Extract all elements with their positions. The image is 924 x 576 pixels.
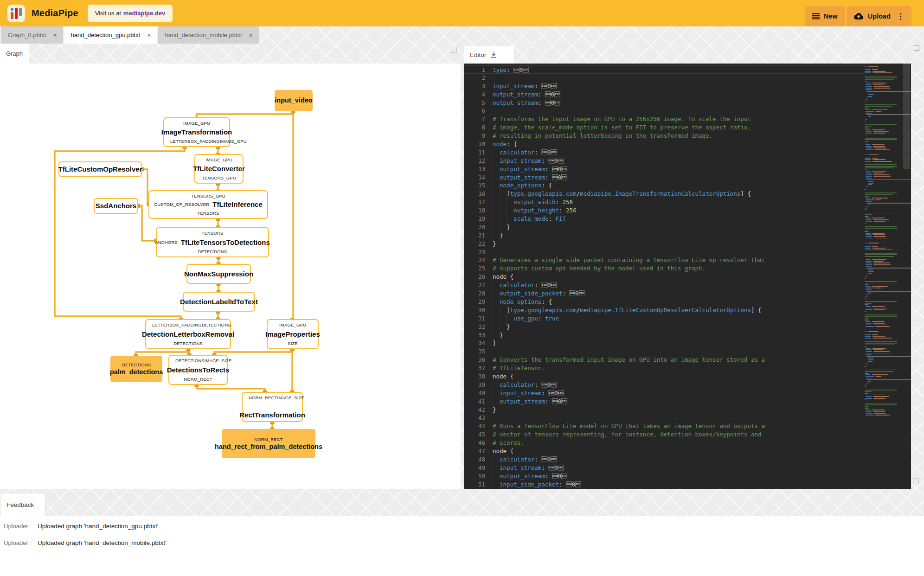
graph-node-hand_rect_from_palm_detections[interactable]: NORM_RECThand_rect_from_palm_detections: [222, 429, 315, 458]
code-area[interactable]: 1type: 023input_stream: 04output_str…: [464, 64, 865, 489]
graph-node-input_video[interactable]: input_video: [275, 90, 313, 111]
graph-node-tflite_tensors_to_detections[interactable]: TENSORSANCHORSTfLiteTensorsToDetectionsD…: [156, 227, 269, 257]
tab-close-icon[interactable]: ×: [248, 32, 254, 39]
node-name-row: DetectionLabelIdToText: [186, 298, 252, 306]
download-icon[interactable]: [490, 51, 497, 58]
code-line: 34}: [464, 339, 865, 347]
document-tab-hand_detection_mobile.pbtxt[interactable]: hand_detection_mobile.pbtxt×: [158, 26, 258, 44]
port-label: NORM_RECT: [254, 437, 283, 442]
code-line: 25# supports custom ops needed by the mo…: [464, 264, 865, 273]
node-name-row: DetectionLetterboxRemoval: [148, 331, 228, 338]
code-editor[interactable]: 1type: 023input_stream: 04output_str…: [464, 64, 911, 489]
tab-feedback[interactable]: Feedback: [0, 493, 45, 516]
expand-editor-icon[interactable]: [914, 45, 919, 51]
port-label: IMAGE_SIZE: [205, 358, 232, 363]
tab-close-icon[interactable]: ×: [146, 32, 152, 39]
code-line: 10node: {: [464, 140, 865, 148]
port-label: TENSORS_GPU: [191, 193, 225, 198]
graph-node-detection_letterbox_removal[interactable]: LETTERBOX_PADDINGDETECTIONSDetectionLett…: [145, 319, 231, 349]
port-label-row: IMAGE_GPU: [197, 157, 241, 162]
graph-node-detection_label_id_to_text[interactable]: DetectionLabelIdToText: [183, 292, 255, 312]
feedback-row: UploaderUploaded graph 'hand_detection_g…: [4, 523, 924, 530]
code-line: 37# TfLiteTensor.: [464, 364, 865, 372]
code-line: 22}: [464, 240, 865, 248]
feedback-message: Uploaded graph 'hand_detection_gpu.pbtxt…: [38, 523, 158, 530]
graph-node-detections_to_rects[interactable]: DETECTIONSIMAGE_SIZEDetectionsToRectsNOR…: [168, 355, 228, 385]
port-label: DETECTIONS: [198, 249, 227, 254]
code-line: 32 }: [464, 323, 865, 331]
node-name-row: CUSTOM_OP_RESOLVERTfLiteInference: [151, 201, 265, 208]
code-line: 13 output_stream: 0: [464, 165, 865, 173]
port-label: IMAGE_GPU: [205, 157, 232, 162]
node-name-row: ANCHORSTfLiteTensorsToDetections: [159, 239, 266, 246]
feedback-row: UploaderUploaded graph 'hand_detection_m…: [4, 539, 924, 546]
expand-graph-icon[interactable]: [451, 47, 456, 52]
tab-close-icon[interactable]: ×: [51, 32, 58, 39]
graph-node-non_max_suppression[interactable]: NonMaxSuppression: [186, 264, 251, 284]
port-label-row: DETECTIONS: [148, 341, 228, 346]
code-line: 43: [464, 414, 865, 422]
code-line: 12 input_stream: 0: [464, 157, 865, 165]
header-actions: New Upload ⋮: [805, 6, 911, 26]
app: MediaPipe Visit us at mediapipe.dev New …: [0, 0, 924, 576]
node-name-row: SsdAnchors: [96, 202, 135, 210]
code-line: 7# Transforms the input image on GPU to …: [464, 115, 865, 123]
node-name-row: palm_detections: [112, 369, 160, 376]
graph-node-tflite_custom_op_resolver[interactable]: TfLiteCustomOpResolver: [58, 161, 142, 177]
port-label-row: IMAGE_GPU: [166, 121, 227, 126]
code-line: 19 scale_mode: FIT: [464, 215, 865, 223]
code-line: 9# resulting in potential letterboxing i…: [464, 132, 865, 140]
graph-node-image_properties[interactable]: IMAGE_GPUImagePropertiesSIZE: [267, 319, 319, 349]
code-line: 33 }: [464, 331, 865, 339]
code-line: 48 calculator: 0: [464, 455, 865, 464]
document-tab-Graph_0.pbtxt[interactable]: Graph_0.pbtxt×: [1, 26, 63, 44]
expand-feedback-icon[interactable]: [913, 479, 918, 484]
node-name-row: ImageTransformation: [166, 128, 227, 136]
code-line: 40 input_stream: 0: [464, 389, 865, 397]
code-line: 31 use_gpu: true: [464, 314, 865, 323]
graph-node-rect_transformation[interactable]: NORM_RECTIMAGE_SIZERectTransformation: [242, 392, 303, 422]
node-name-row: DetectionsToRects: [171, 366, 225, 374]
port-label: IMAGE_GPU: [220, 139, 247, 144]
code-line: 30 [type.googleapis.com/mediapipe.TfLite…: [464, 306, 865, 314]
node-name: input_video: [275, 97, 312, 104]
node-name: DetectionsToRects: [167, 366, 230, 374]
port-label: LETTERBOX_PADDING: [152, 322, 202, 327]
port-label-row: TENSORS: [159, 230, 266, 236]
port-label-row: SIZE: [270, 341, 316, 346]
port-label: IMAGE_GPU: [279, 322, 306, 327]
node-name: TfLiteCustomOpResolver: [58, 166, 142, 173]
graph-node-image_transformation[interactable]: IMAGE_GPUImageTransformationLETTERBOX_PA…: [163, 117, 230, 147]
code-line: 36# Converts the transformed input image…: [464, 356, 865, 364]
new-button[interactable]: New: [805, 6, 845, 26]
node-name: palm_detections: [110, 369, 163, 376]
tab-graph[interactable]: Graph: [0, 44, 29, 64]
port-label: NORM_RECT: [184, 377, 212, 382]
tab-editor[interactable]: Editor: [464, 46, 513, 64]
upload-button[interactable]: Upload ⋮: [847, 6, 911, 26]
port-label: DETECTIONS: [173, 341, 203, 346]
mediapipe-dev-link[interactable]: mediapipe.dev: [123, 10, 165, 17]
code-line: 41 output_stream: 0: [464, 397, 865, 406]
visit-pill: Visit us at mediapipe.dev: [88, 5, 173, 22]
graph-node-ssd_anchors[interactable]: SsdAnchors: [94, 198, 138, 214]
upload-menu-icon[interactable]: ⋮: [895, 13, 905, 20]
port-label-row: LETTERBOX_PADDINGDETECTIONS: [148, 322, 228, 327]
feedback-source: Uploader: [4, 539, 34, 546]
port-label: SIZE: [288, 341, 298, 346]
code-line: 6: [464, 107, 865, 115]
editor-scrollbar[interactable]: [902, 64, 911, 489]
graph-node-tflite_converter[interactable]: IMAGE_GPUTfLiteConverterTENSORS_GPU: [194, 154, 244, 184]
port-label-row: DETECTIONS: [112, 362, 160, 367]
minimap[interactable]: [865, 64, 901, 489]
node-name: NonMaxSuppression: [184, 270, 253, 278]
graph-node-palm_detections[interactable]: DETECTIONSpalm_detections: [110, 356, 162, 382]
code-line: 3input_stream: 0: [464, 82, 865, 90]
node-name-row: TfLiteConverter: [197, 165, 241, 173]
document-tabbar: Graph_0.pbtxt×hand_detection_gpu.pbtxt×h…: [0, 26, 260, 44]
node-name-row: hand_rect_from_palm_detections: [224, 443, 314, 450]
scrollbar-thumb[interactable]: [903, 64, 910, 169]
document-tab-hand_detection_gpu.pbtxt[interactable]: hand_detection_gpu.pbtxt×: [64, 26, 157, 44]
code-line: 5output_stream: 0: [464, 99, 865, 107]
graph-node-tflite_inference[interactable]: TENSORS_GPUCUSTOM_OP_RESOLVERTfLiteInfer…: [148, 190, 268, 219]
